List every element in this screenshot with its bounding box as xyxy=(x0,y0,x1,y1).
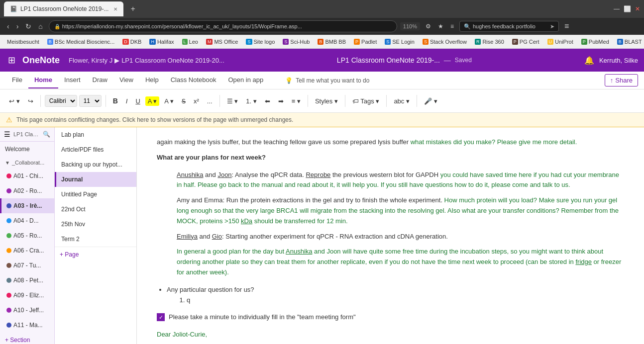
list-btn[interactable]: ☰ ▾ xyxy=(224,95,241,107)
tab-file[interactable]: File xyxy=(6,72,28,88)
bookmark-stackoverflow[interactable]: S Stack Overflow xyxy=(420,38,470,46)
tab-draw[interactable]: Draw xyxy=(87,72,113,88)
sidebar-item-a10[interactable]: A10 - Jeff... xyxy=(0,303,54,318)
styles-btn[interactable]: Styles ▾ xyxy=(312,95,341,107)
share-btn[interactable]: ↑ Share xyxy=(605,74,638,86)
highlight-btn[interactable]: A ▾ xyxy=(145,96,160,106)
strikethrough-btn[interactable]: S̶ xyxy=(179,95,189,107)
more-options-btn[interactable]: ≡ xyxy=(562,20,571,32)
extensions-btn[interactable]: ⚙ xyxy=(423,21,433,31)
search-bar[interactable]: 🔍 hughes feedback portfolio ➤ xyxy=(459,21,559,32)
font-size-selector[interactable]: 11 xyxy=(79,95,102,107)
window-minimize-btn[interactable]: — xyxy=(614,5,620,12)
bookmark-blast[interactable]: B BLAST xyxy=(614,38,644,46)
undo-btn[interactable]: ↩ ▾ xyxy=(6,95,23,107)
breadcrumb-notebook[interactable]: LP1 Classroom OneNote 2019-20... xyxy=(121,57,224,64)
sidebar-item-a05[interactable]: A05 - Ro... xyxy=(0,228,54,243)
bookmark-dkb[interactable]: D DKB xyxy=(119,38,144,46)
outdent-btn[interactable]: ⬅ xyxy=(262,95,273,107)
page-item-term2[interactable]: Term 2 xyxy=(55,232,136,247)
notification-bell-icon[interactable]: 🔔 xyxy=(584,56,594,65)
content-area[interactable]: again making the lysis buffer, but the t… xyxy=(137,127,644,344)
bookmark-uniprot[interactable]: U UniProt xyxy=(544,38,576,46)
spellcheck-btn[interactable]: abc ▾ xyxy=(391,95,413,107)
sidebar-hamburger-icon[interactable]: ☰ xyxy=(4,130,10,138)
tab-class-notebook[interactable]: Class Notebook xyxy=(165,72,222,88)
tab-close-btn[interactable]: ✕ xyxy=(113,6,117,12)
dictate-btn[interactable]: 🎤 ▾ xyxy=(421,95,440,107)
page-item-article[interactable]: Article/PDF files xyxy=(55,142,136,157)
font-selector[interactable]: Calibri xyxy=(45,95,77,107)
breadcrumb-user[interactable]: Flower, Kirsty J xyxy=(69,57,112,64)
page-item-22oct[interactable]: 22nd Oct xyxy=(55,202,136,217)
tab-help[interactable]: Help xyxy=(139,72,165,88)
tags-btn[interactable]: 🏷 Tags ▾ xyxy=(349,95,382,107)
bookmark-padlet[interactable]: P Padlet xyxy=(351,38,380,46)
waffle-icon[interactable]: ⊞ xyxy=(6,53,17,68)
page-item-journal[interactable]: Journal xyxy=(55,172,136,187)
window-maximize-btn[interactable]: ⬜ xyxy=(624,5,631,12)
question-bullet: Any particular question for us? q xyxy=(167,285,624,306)
page-item-backing-up[interactable]: Backing up our hypot... xyxy=(55,157,136,172)
font-color-btn[interactable]: A ▾ xyxy=(161,95,177,107)
window-close-btn[interactable]: ✕ xyxy=(635,5,640,12)
sidebar-item-a06[interactable]: A06 - Cra... xyxy=(0,243,54,258)
bookmark-rise360[interactable]: R Rise 360 xyxy=(472,38,507,46)
warning-bar[interactable]: ⚠ This page contains conflicting changes… xyxy=(0,113,644,127)
bookmark-halifax[interactable]: H Halifax xyxy=(146,38,177,46)
sidebar-item-a03[interactable]: A03 - Irè... xyxy=(0,198,54,213)
new-tab-btn[interactable]: + xyxy=(126,2,139,15)
browser-tab[interactable]: 📓 LP1 Classroom OneNote 2019-... ✕ xyxy=(4,1,123,16)
sidebar-item-a11[interactable]: A11 - Ma... xyxy=(0,318,54,333)
superscript-btn[interactable]: x² xyxy=(191,95,202,107)
sidebar-item-a09[interactable]: A09 - Eliz... xyxy=(0,288,54,303)
page-item-lab-plan[interactable]: Lab plan xyxy=(55,127,136,142)
bookmark-bsc[interactable]: B BSc Medical Bioscienc... xyxy=(44,38,117,46)
add-page-btn[interactable]: + Page xyxy=(55,247,136,262)
home-btn[interactable]: ⌂ xyxy=(35,20,45,32)
bookmark-meistbesucht[interactable]: Meistbesucht xyxy=(4,38,42,46)
underline-btn[interactable]: U xyxy=(132,95,143,107)
numbering-btn[interactable]: 1. ▾ xyxy=(243,95,259,107)
anushika-joon-text: Anushika xyxy=(177,171,203,178)
tab-open-in-app[interactable]: Open in app xyxy=(222,72,269,88)
add-section-btn[interactable]: + Section xyxy=(0,333,54,344)
page-item-untitled[interactable]: Untitled Page xyxy=(55,187,136,202)
settings-btn[interactable]: ≡ xyxy=(448,21,456,31)
back-btn[interactable]: ‹ xyxy=(4,20,12,32)
page-item-25nov[interactable]: 25th Nov xyxy=(55,217,136,232)
sidebar-item-welcome[interactable]: Welcome xyxy=(0,142,54,157)
sidebar-item-a02[interactable]: A02 - Ro... xyxy=(0,183,54,198)
user-name[interactable]: Kerruth, Silke xyxy=(599,57,638,64)
indent-btn[interactable]: ➡ xyxy=(275,95,287,107)
bookmark-leo[interactable]: L Leo xyxy=(179,38,201,46)
tell-me-bar[interactable]: 💡 Tell me what you want to do xyxy=(279,74,375,87)
url-bar[interactable]: 🔒 https://imperiallondon-my.sharepoint.c… xyxy=(49,20,397,32)
bookmark-pgcert[interactable]: P PG Cert xyxy=(509,38,542,46)
bookmark-bmb[interactable]: B BMB BB xyxy=(315,38,349,46)
bookmark-selogin[interactable]: S SE Login xyxy=(382,38,418,46)
favorites-btn[interactable]: ★ xyxy=(435,21,446,31)
tab-view[interactable]: View xyxy=(113,72,139,88)
forward-btn[interactable]: › xyxy=(13,20,22,32)
tab-insert[interactable]: Insert xyxy=(58,72,87,88)
sidebar-item-a01[interactable]: A01 - Chi... xyxy=(0,169,54,183)
redo-btn[interactable]: ↪ xyxy=(25,95,36,107)
refresh-btn[interactable]: ↻ xyxy=(22,20,34,32)
bookmark-sitelogo[interactable]: S Site logo xyxy=(243,38,278,46)
italic-btn[interactable]: I xyxy=(123,95,131,107)
sidebar-search-icon[interactable]: 🔍 xyxy=(43,131,50,138)
bookmark-scihub[interactable]: S Sci-Hub xyxy=(280,38,313,46)
sidebar-item-a04[interactable]: A04 - D... xyxy=(0,213,54,228)
tab-home[interactable]: Home xyxy=(28,72,58,88)
section-color-a01 xyxy=(6,173,11,178)
align-btn[interactable]: ≡ ▾ xyxy=(289,95,304,107)
bookmark-pubmed[interactable]: P PubMed xyxy=(578,38,612,46)
checkbox[interactable]: ✓ xyxy=(157,313,165,321)
bookmark-msoffice[interactable]: M MS Office xyxy=(203,38,241,46)
more-format-btn[interactable]: ... xyxy=(204,95,215,107)
sidebar-item-a08[interactable]: A08 - Pet... xyxy=(0,273,54,288)
sidebar-item-collab[interactable]: ▼ _Collaborat... xyxy=(0,157,54,169)
sidebar-item-a07[interactable]: A07 - Tu... xyxy=(0,258,54,273)
bold-btn[interactable]: B xyxy=(110,95,121,107)
